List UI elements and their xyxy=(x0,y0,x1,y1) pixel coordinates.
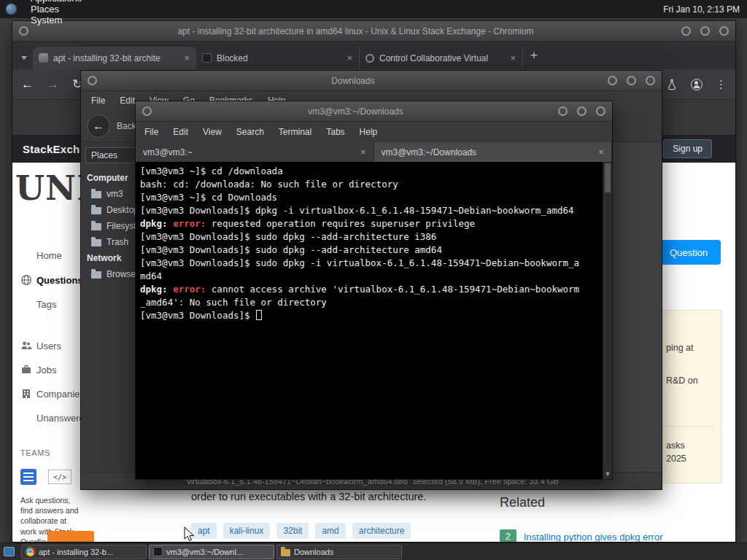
taskbar-item-apt-installing-32-b[interactable]: apt - installing 32-b... xyxy=(21,545,147,559)
taskbar-item-downloads[interactable]: Downloads xyxy=(276,545,402,559)
tab-search-chevron-icon[interactable] xyxy=(21,56,27,60)
teams-cta-button[interactable] xyxy=(47,531,94,542)
terminal-tab-vm3-vm3-downloads[interactable]: vm3@vm3:~/Downloads× xyxy=(374,142,613,162)
menu-search[interactable]: Search xyxy=(229,122,271,142)
minimize-button[interactable] xyxy=(558,106,568,116)
ask-question-button[interactable]: Question xyxy=(657,240,721,265)
distro-logo-icon[interactable] xyxy=(6,4,17,15)
browser-titlebar[interactable]: apt - installing 32-bit architecture in … xyxy=(12,21,735,42)
terminal-line: bash: cd: /downloada: No such file or di… xyxy=(140,178,600,191)
terminal-tab-vm3-vm3[interactable]: vm3@vm3:~× xyxy=(136,142,374,162)
show-desktop-icon[interactable] xyxy=(4,547,15,556)
sidebar-item-label: Jobs xyxy=(36,365,56,376)
tag-kali-linux[interactable]: kali-linux xyxy=(223,523,271,539)
profile-avatar-icon[interactable] xyxy=(691,79,703,90)
browser-tab-apt-installing-32-bit-archite[interactable]: apt - installing 32-bit archite× xyxy=(33,47,196,69)
clock[interactable]: Fri Jan 10, 2:13 PM xyxy=(663,4,747,15)
scrollbar-thumb[interactable] xyxy=(605,163,611,192)
menu-file[interactable]: File xyxy=(137,122,166,142)
terminal-icon xyxy=(153,547,163,556)
menu-file[interactable]: File xyxy=(84,91,112,110)
terminal-output: [vm3@vm3 ~]$ cd /downloadabash: cd: /dow… xyxy=(140,165,600,322)
panel-menus: ApplicationsPlacesSystem xyxy=(23,0,89,26)
tab-close-icon[interactable]: × xyxy=(346,52,353,63)
terminal-tab-label: vm3@vm3:~ xyxy=(143,147,360,158)
back-icon[interactable]: ← xyxy=(21,77,34,92)
terminal-text-segment: [vm3@vm3 Downloads]$ sudo dpkg --add-arc… xyxy=(140,231,436,242)
sidebar-item-users[interactable]: Users xyxy=(20,340,61,351)
sidebar-item-label: Home xyxy=(36,250,62,261)
menu-terminal[interactable]: Terminal xyxy=(271,122,319,142)
terminal-text-segment: dpkg: xyxy=(140,284,173,295)
menu-tabs[interactable]: Tabs xyxy=(319,122,352,142)
back-button[interactable]: ← xyxy=(87,114,110,138)
tab-label: Control Collaborative Virtual xyxy=(379,53,504,63)
new-tab-button[interactable]: + xyxy=(530,48,538,63)
close-button[interactable] xyxy=(646,76,655,85)
tab-close-icon[interactable]: × xyxy=(360,147,366,158)
terminal-titlebar[interactable]: vm3@vm3:~/Downloads xyxy=(136,101,612,122)
sidebar-item-label: Companies xyxy=(36,389,85,400)
terminal-line: [vm3@vm3 ~]$ cd /downloada xyxy=(140,165,600,178)
browser-menu-kebab-icon[interactable]: ⋮ xyxy=(716,78,727,91)
tab-close-icon[interactable]: × xyxy=(598,147,604,158)
filemanager-titlebar[interactable]: Downloads xyxy=(81,71,662,91)
taskbar-item-vm3-vm3-downl[interactable]: vm3@vm3:~/Downl... xyxy=(149,545,274,559)
terminal-text-segment: requested operation requires superuser p… xyxy=(206,218,475,229)
maximize-button[interactable] xyxy=(700,26,710,36)
terminal-text-segment: bash: cd: /downloada: No such file or di… xyxy=(140,179,398,190)
folder-icon xyxy=(91,207,101,214)
terminal-text-segment: dpkg: xyxy=(140,218,173,229)
maximize-button[interactable] xyxy=(627,76,636,85)
terminal-text-segment: error: xyxy=(173,218,206,229)
forward-icon[interactable]: → xyxy=(47,77,59,92)
close-button[interactable] xyxy=(596,106,605,116)
menu-view[interactable]: View xyxy=(196,122,229,142)
browser-tabstrip: apt - installing 32-bit archite×Blocked×… xyxy=(12,42,735,69)
terminal-line: _amd64': No such file or directory xyxy=(140,296,600,309)
terminal-text-segment: [vm3@vm3 Downloads]$ dpkg -i virtualbox-… xyxy=(140,205,574,216)
signup-button[interactable]: Sign up xyxy=(663,139,712,158)
terminal-line: [vm3@vm3 Downloads]$ sudo dpkg --add-arc… xyxy=(140,244,600,257)
terminal-window: vm3@vm3:~/Downloads FileEditViewSearchTe… xyxy=(135,101,613,480)
module-text-fragment: 2025 xyxy=(666,454,686,464)
tab-close-icon[interactable]: × xyxy=(183,52,190,63)
sidebar-item-unanswered[interactable]: Unanswered xyxy=(20,413,90,424)
window-menu-button[interactable] xyxy=(88,76,97,85)
taskbar-item-label: Downloads xyxy=(294,548,333,556)
terminal-screen[interactable]: [vm3@vm3 ~]$ cd /downloadabash: cd: /dow… xyxy=(136,162,612,479)
sidebar-item-questions[interactable]: Questions xyxy=(20,274,83,286)
window-menu-button[interactable] xyxy=(19,26,28,36)
tag-32bit[interactable]: 32bit xyxy=(276,523,309,539)
related-question-link[interactable]: Installing python gives dpkg error xyxy=(524,529,663,542)
panel-menu-system[interactable]: System xyxy=(23,15,89,26)
window-menu-button[interactable] xyxy=(142,106,152,116)
sidebar-item-home[interactable]: Home xyxy=(20,250,62,261)
labs-flask-icon[interactable] xyxy=(666,79,678,90)
terminal-text-segment: [vm3@vm3 ~]$ cd Downloads xyxy=(140,192,277,203)
minimize-button[interactable] xyxy=(681,26,691,36)
sidebar-item-jobs[interactable]: Jobs xyxy=(20,364,56,376)
sidebar-item-companies[interactable]: Companies xyxy=(20,388,85,400)
terminal-scrollbar[interactable]: ▼ xyxy=(603,162,612,479)
tag-architecture[interactable]: architecture xyxy=(352,523,411,539)
folder-icon xyxy=(91,239,101,246)
menu-help[interactable]: Help xyxy=(352,122,385,142)
places-label: Desktop xyxy=(107,205,139,215)
menu-edit[interactable]: Edit xyxy=(166,122,196,142)
sidebar-item-label: Users xyxy=(36,341,61,351)
browser-tab-control-collaborative-virtual[interactable]: Control Collaborative Virtual× xyxy=(360,47,523,69)
panel-menu-places[interactable]: Places xyxy=(23,4,89,15)
browser-window-title: apt - installing 32-bit architecture in … xyxy=(42,26,670,36)
scroll-down-arrow-icon[interactable]: ▼ xyxy=(603,470,612,478)
minimize-button[interactable] xyxy=(608,76,617,85)
sidebar-item-tags[interactable]: Tags xyxy=(20,299,56,310)
close-button[interactable] xyxy=(719,26,729,36)
maximize-button[interactable] xyxy=(577,106,587,116)
filemanager-title: Downloads xyxy=(110,76,596,86)
browser-tab-blocked[interactable]: Blocked× xyxy=(196,47,360,69)
tag-amd[interactable]: amd xyxy=(315,523,345,539)
globe-icon xyxy=(20,274,32,286)
terminal-title: vm3@vm3:~/Downloads xyxy=(165,106,546,117)
tab-close-icon[interactable]: × xyxy=(509,52,516,63)
